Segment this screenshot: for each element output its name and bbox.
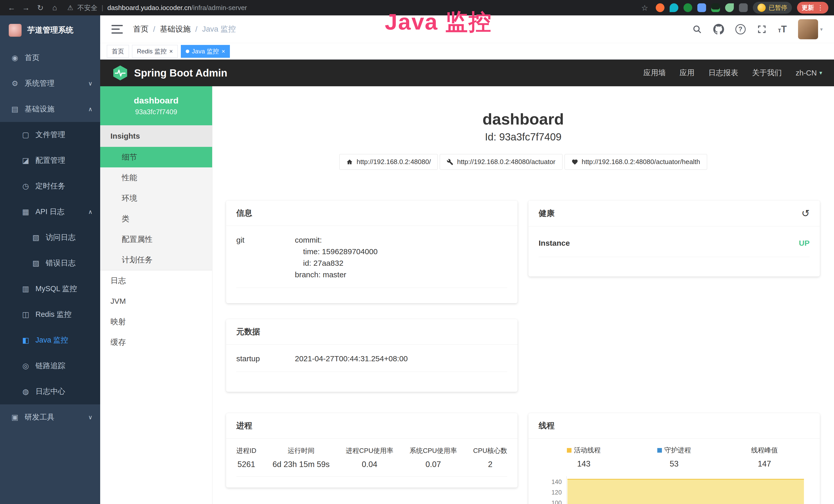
sidebar-item-label: 配置管理 xyxy=(36,155,65,166)
search-icon[interactable] xyxy=(692,24,702,34)
sba-nav-wallboard[interactable]: 应用墙 xyxy=(643,68,666,78)
close-icon[interactable]: × xyxy=(169,48,173,54)
sidebar-item-mysql-monitor[interactable]: ▥ MySQL 监控 xyxy=(0,276,100,302)
sba-menu-details[interactable]: 细节 xyxy=(100,147,212,167)
caret-down-icon: ▾ xyxy=(820,26,823,32)
profile-paused-chip[interactable]: 已暂停 xyxy=(753,2,792,14)
sba-menu-caches[interactable]: 缓存 xyxy=(100,332,212,352)
browser-update-button[interactable]: 更新 ⋮ xyxy=(797,2,828,14)
sidebar-item-java-monitor[interactable]: ◧ Java 监控 xyxy=(0,327,100,353)
redis-icon: ◫ xyxy=(20,310,31,319)
sba-nav-applications[interactable]: 应用 xyxy=(680,68,695,78)
sidebar-item-scheduled-jobs[interactable]: ◷ 定时任务 xyxy=(0,173,100,199)
sidebar-item-config-mgmt[interactable]: ◪ 配置管理 xyxy=(0,147,100,173)
browser-chrome: ← → ↻ ⌂ ⚠ 不安全 | dashboard.yudao.iocoder.… xyxy=(0,0,834,16)
sba-nav-journal[interactable]: 日志报表 xyxy=(708,68,738,78)
sba-menu-scheduled-tasks[interactable]: 计划任务 xyxy=(100,250,212,270)
github-icon[interactable] xyxy=(713,24,724,35)
fullscreen-icon[interactable] xyxy=(757,24,767,34)
sba-main: dashboard Id: 93a3fc7f7409 http://192.16… xyxy=(213,86,834,504)
sidebar-item-tracing[interactable]: ◎ 链路追踪 xyxy=(0,353,100,379)
tab-redis-monitor[interactable]: Redis 监控 × xyxy=(132,45,178,58)
info-card: 信息 git commit: time: 1596289704000 id: 2… xyxy=(226,201,518,303)
history-icon[interactable]: ↺ xyxy=(802,208,810,219)
sidebar-item-access-logs[interactable]: ▧ 访问日志 xyxy=(0,225,100,250)
sidebar-item-infrastructure[interactable]: ▤ 基础设施 ∧ xyxy=(0,96,100,122)
service-url-link[interactable]: http://192.168.0.2:48080/ xyxy=(339,154,438,170)
browser-nav: ← → ↻ ⌂ xyxy=(6,2,61,14)
status-badge: UP xyxy=(799,239,810,248)
extension-icon[interactable] xyxy=(670,3,678,12)
refresh-icon[interactable]: ↻ xyxy=(35,2,46,14)
chevron-down-icon: ∨ xyxy=(88,80,92,87)
hamburger-icon[interactable] xyxy=(111,25,123,33)
sba-menu-environment[interactable]: 环境 xyxy=(100,188,212,208)
sidebar-item-system[interactable]: ⚙ 系统管理 ∨ xyxy=(0,71,100,96)
sba-menu-classes[interactable]: 类 xyxy=(100,208,212,229)
sidebar-item-file-mgmt[interactable]: ▢ 文件管理 xyxy=(0,122,100,147)
sidebar-item-dev-tools[interactable]: ▣ 研发工具 ∨ xyxy=(0,404,100,430)
process-col-uptime: 运行时间 6d 23h 15m 59s xyxy=(272,446,330,469)
sba-menu-metrics[interactable]: 性能 xyxy=(100,167,212,188)
url-host: dashboard.yudao.iocoder.cn xyxy=(107,4,191,12)
sidebar-item-label: API 日志 xyxy=(36,207,64,217)
page-title: dashboard xyxy=(213,110,834,128)
file-icon: ▢ xyxy=(20,131,31,139)
help-icon[interactable]: ? xyxy=(736,24,746,35)
threads-legend: 活动线程 143 守护进程 53 xyxy=(539,438,810,468)
sba-brand[interactable]: Spring Boot Admin xyxy=(112,65,227,81)
sidebar-item-label: 文件管理 xyxy=(36,130,65,140)
sidebar-item-log-center[interactable]: ◍ 日志中心 xyxy=(0,379,100,404)
tab-label: 首页 xyxy=(112,47,124,55)
info-value: commit: time: 1596289704000 id: 27aa832 … xyxy=(295,234,378,280)
user-menu[interactable]: ▾ xyxy=(798,19,823,39)
access-log-icon: ▧ xyxy=(30,233,42,242)
info-card-body: git commit: time: 1596289704000 id: 27aa… xyxy=(226,226,518,288)
chevron-up-icon: ∧ xyxy=(88,106,92,113)
threads-card-title: 线程 xyxy=(539,420,554,431)
sidebar-item-api-logs[interactable]: ▦ API 日志 ∧ xyxy=(0,199,100,225)
browser-menu-icon[interactable]: ⋮ xyxy=(817,4,824,12)
font-size-icon[interactable]: тT xyxy=(778,24,787,35)
tab-home[interactable]: 首页 xyxy=(107,45,129,58)
health-card-header: 健康 ↺ xyxy=(528,201,820,226)
breadcrumb-infrastructure[interactable]: 基础设施 xyxy=(160,24,191,35)
app-logo-row[interactable]: 芋道管理系统 xyxy=(0,16,100,45)
sidebar-item-error-logs[interactable]: ▨ 错误日志 xyxy=(0,250,100,276)
breadcrumb-home[interactable]: 首页 xyxy=(133,24,149,35)
extension-icon[interactable] xyxy=(683,3,692,12)
forward-icon[interactable]: → xyxy=(20,2,32,14)
sba-menu-jvm[interactable]: JVM xyxy=(100,291,212,312)
address-bar[interactable]: ⚠ 不安全 | dashboard.yudao.iocoder.cn/infra… xyxy=(67,3,632,12)
sba-logo-icon xyxy=(112,65,128,81)
sba-menu-config-props[interactable]: 配置属性 xyxy=(100,229,212,250)
tags-bar: 首页 Redis 监控 × Java 监控 × xyxy=(100,43,834,60)
app-logo xyxy=(9,24,22,37)
chevron-down-icon: ∨ xyxy=(88,414,92,421)
extension-icon[interactable] xyxy=(725,3,734,12)
sidebar-item-redis-monitor[interactable]: ◫ Redis 监控 xyxy=(0,302,100,327)
close-icon[interactable]: × xyxy=(221,48,225,54)
extension-icon[interactable] xyxy=(739,3,748,12)
browser-home-icon[interactable]: ⌂ xyxy=(49,2,61,14)
extension-icon[interactable] xyxy=(697,3,706,12)
sba-page: Spring Boot Admin 应用墙 应用 日志报表 关于我们 zh-CN… xyxy=(100,60,834,504)
extension-icon[interactable] xyxy=(656,3,664,12)
sba-nav-about[interactable]: 关于我们 xyxy=(752,68,782,78)
health-url-link[interactable]: http://192.168.0.2:48080/actuator/health xyxy=(565,154,707,170)
actuator-url-link[interactable]: http://192.168.0.2:48080/actuator xyxy=(440,154,562,170)
mysql-icon: ▥ xyxy=(20,284,31,293)
bookmark-star-icon[interactable]: ☆ xyxy=(639,2,651,14)
sidebar-item-home[interactable]: ◉ 首页 xyxy=(0,45,100,71)
app-title: 芋道管理系统 xyxy=(27,25,73,36)
infrastructure-icon: ▤ xyxy=(9,105,21,113)
sba-menu-logs[interactable]: 日志 xyxy=(100,270,212,291)
sba-instance-header[interactable]: dashboard 93a3fc7f7409 xyxy=(100,86,212,125)
back-icon[interactable]: ← xyxy=(6,2,18,14)
sba-menu-mappings[interactable]: 映射 xyxy=(100,312,212,332)
breadcrumb-current: Java 监控 xyxy=(202,24,236,35)
tab-java-monitor[interactable]: Java 监控 × xyxy=(181,45,230,58)
active-threads-area xyxy=(567,479,804,504)
extension-icon[interactable] xyxy=(711,3,720,12)
sba-locale-select[interactable]: zh-CN ▾ xyxy=(796,69,822,77)
